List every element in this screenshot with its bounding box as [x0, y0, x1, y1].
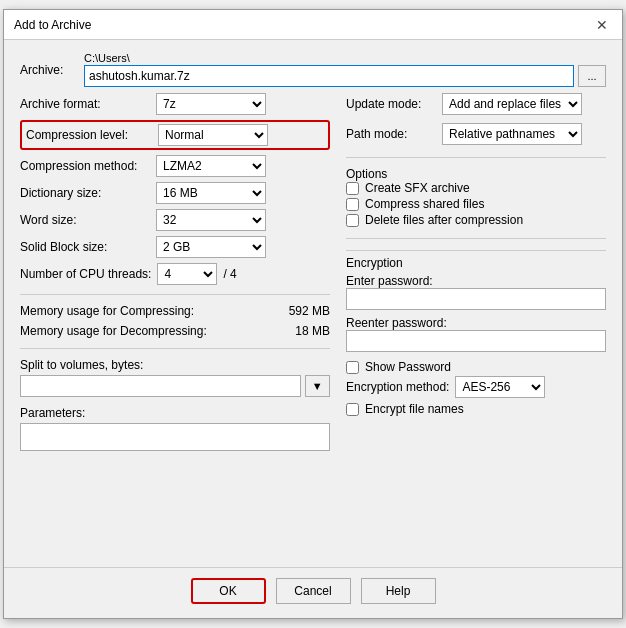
compression-level-label: Compression level:	[26, 128, 152, 142]
archive-format-label: Archive format:	[20, 97, 150, 111]
reenter-password-label: Reenter password:	[346, 316, 447, 330]
reenter-password-input[interactable]	[346, 330, 606, 352]
right-panel: Update mode: Add and replace files Path …	[346, 93, 606, 555]
update-mode-row: Update mode: Add and replace files	[346, 93, 606, 115]
titlebar: Add to Archive ✕	[4, 10, 622, 40]
divider-right1	[346, 157, 606, 158]
create-sfx-checkbox[interactable]	[346, 182, 359, 195]
cpu-threads-label: Number of CPU threads:	[20, 267, 151, 281]
compression-level-select[interactable]: Normal	[158, 124, 268, 146]
encrypt-names-label: Encrypt file names	[365, 402, 464, 416]
cpu-threads-row: Number of CPU threads: 4 / 4	[20, 263, 330, 285]
options-label: Options	[346, 167, 387, 181]
memory-decompress-label: Memory usage for Decompressing:	[20, 324, 207, 338]
delete-after-label: Delete files after compression	[365, 213, 523, 227]
memory-compress-value: 592 MB	[289, 304, 330, 318]
parameters-section: Parameters:	[20, 406, 330, 451]
split-dropdown-btn[interactable]: ▼	[305, 375, 330, 397]
divider1	[20, 294, 330, 295]
solid-block-select[interactable]: 2 GB	[156, 236, 266, 258]
encryption-method-row: Encryption method: AES-256	[346, 376, 606, 398]
enter-password-input[interactable]	[346, 288, 606, 310]
dictionary-size-label: Dictionary size:	[20, 186, 150, 200]
word-size-label: Word size:	[20, 213, 150, 227]
word-size-row: Word size: 32	[20, 209, 330, 231]
left-panel: Archive format: 7z Compression level: No…	[20, 93, 330, 555]
archive-format-select[interactable]: 7z	[156, 93, 266, 115]
dialog-footer: OK Cancel Help	[4, 567, 622, 618]
delete-after-checkbox[interactable]	[346, 214, 359, 227]
divider-right2	[346, 238, 606, 239]
help-button[interactable]: Help	[361, 578, 436, 604]
dialog-body: Archive: C:\Users\ ... Archive format: 7…	[4, 40, 622, 567]
split-input[interactable]	[20, 375, 301, 397]
encrypt-names-checkbox[interactable]	[346, 403, 359, 416]
compress-shared-row: Compress shared files	[346, 197, 606, 211]
archive-format-row: Archive format: 7z	[20, 93, 330, 115]
encrypt-names-row: Encrypt file names	[346, 402, 606, 416]
path-mode-row: Path mode: Relative pathnames	[346, 123, 606, 145]
memory-decompress-value: 18 MB	[295, 324, 330, 338]
solid-block-label: Solid Block size:	[20, 240, 150, 254]
memory-decompress-row: Memory usage for Decompressing: 18 MB	[20, 324, 330, 338]
enter-password-label: Enter password:	[346, 274, 433, 288]
browse-button[interactable]: ...	[578, 65, 606, 87]
memory-compress-label: Memory usage for Compressing:	[20, 304, 194, 318]
dictionary-size-select[interactable]: 16 MB	[156, 182, 266, 204]
archive-path-input[interactable]	[84, 65, 574, 87]
path-mode-select[interactable]: Relative pathnames	[442, 123, 582, 145]
encryption-method-select[interactable]: AES-256	[455, 376, 545, 398]
close-button[interactable]: ✕	[592, 16, 612, 34]
archive-path-prefix: C:\Users\	[84, 52, 606, 64]
encryption-label: Encryption	[346, 256, 403, 270]
encryption-section: Encryption Enter password: Reenter passw…	[346, 250, 606, 418]
create-sfx-label: Create SFX archive	[365, 181, 470, 195]
compression-method-row: Compression method: LZMA2	[20, 155, 330, 177]
memory-compress-row: Memory usage for Compressing: 592 MB	[20, 304, 330, 318]
ok-button[interactable]: OK	[191, 578, 266, 604]
split-volumes-section: Split to volumes, bytes: ▼	[20, 358, 330, 397]
compression-method-select[interactable]: LZMA2	[156, 155, 266, 177]
solid-block-row: Solid Block size: 2 GB	[20, 236, 330, 258]
create-sfx-row: Create SFX archive	[346, 181, 606, 195]
path-mode-label: Path mode:	[346, 127, 436, 141]
cpu-threads-select[interactable]: 4	[157, 263, 217, 285]
word-size-select[interactable]: 32	[156, 209, 266, 231]
split-label: Split to volumes, bytes:	[20, 358, 143, 372]
dictionary-size-row: Dictionary size: 16 MB	[20, 182, 330, 204]
main-content: Archive format: 7z Compression level: No…	[20, 93, 606, 555]
params-input[interactable]	[20, 423, 330, 451]
compression-method-label: Compression method:	[20, 159, 150, 173]
show-password-checkbox[interactable]	[346, 361, 359, 374]
params-label: Parameters:	[20, 406, 85, 420]
encryption-method-label: Encryption method:	[346, 380, 449, 394]
delete-after-row: Delete files after compression	[346, 213, 606, 227]
update-mode-label: Update mode:	[346, 97, 436, 111]
add-to-archive-dialog: Add to Archive ✕ Archive: C:\Users\ ... …	[3, 9, 623, 619]
compress-shared-label: Compress shared files	[365, 197, 484, 211]
archive-path-row: Archive: C:\Users\ ...	[20, 52, 606, 87]
archive-label: Archive:	[20, 63, 80, 77]
compression-level-row: Compression level: Normal	[20, 120, 330, 150]
update-mode-select[interactable]: Add and replace files	[442, 93, 582, 115]
cancel-button[interactable]: Cancel	[276, 578, 351, 604]
options-section: Options Create SFX archive Compress shar…	[346, 167, 606, 229]
compress-shared-checkbox[interactable]	[346, 198, 359, 211]
cpu-threads-total: / 4	[223, 267, 236, 281]
show-password-row: Show Password	[346, 360, 606, 374]
dialog-title: Add to Archive	[14, 18, 91, 32]
divider2	[20, 348, 330, 349]
show-password-label: Show Password	[365, 360, 451, 374]
